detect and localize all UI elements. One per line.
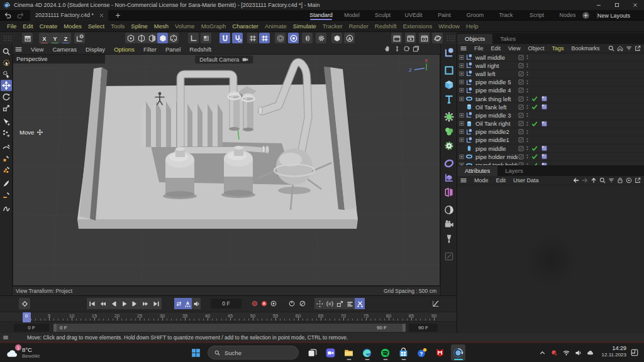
range-handle-right[interactable] [402, 324, 406, 332]
toolbar-button[interactable] [302, 33, 313, 43]
panel-menu-item[interactable]: Tags [548, 45, 567, 52]
toolbar-button[interactable] [219, 33, 230, 43]
tool-button[interactable] [1, 91, 12, 102]
layout-tab[interactable]: Script [521, 10, 552, 21]
viewport-menu-item[interactable]: Cameras [48, 46, 81, 53]
enabled-check-icon[interactable] [530, 153, 539, 160]
visibility-dots-icon[interactable] [525, 162, 530, 165]
panel-menu-item[interactable]: View [504, 45, 524, 52]
menu-item[interactable]: Animate [262, 23, 290, 30]
toolbar-button[interactable]: Y [50, 33, 60, 43]
expand-toggle-icon[interactable] [458, 162, 465, 165]
funnel-icon[interactable] [608, 177, 615, 184]
playback-toggle[interactable] [192, 298, 201, 309]
edit-toggle-icon[interactable] [518, 54, 525, 61]
arrow-right-icon[interactable] [581, 177, 589, 184]
expand-toggle-icon[interactable] [458, 79, 465, 85]
set-keyframe-button[interactable] [19, 298, 30, 309]
magnifier-icon[interactable] [608, 45, 615, 52]
tool-button[interactable] [1, 80, 12, 91]
visibility-dots-icon[interactable] [525, 120, 530, 128]
record-button[interactable]: A [259, 298, 269, 309]
tool-button[interactable] [1, 116, 12, 128]
expand-toggle-icon[interactable] [458, 129, 465, 134]
viewport-menu-item[interactable]: Filter [139, 46, 161, 53]
magnifier-icon[interactable] [599, 177, 606, 184]
edit-toggle-icon[interactable] [518, 62, 525, 69]
ring-target2-icon[interactable] [625, 177, 633, 184]
panel-menu-item[interactable]: Edit [492, 177, 510, 184]
menu-item[interactable]: Spline [128, 23, 150, 30]
taskbar-app[interactable] [378, 344, 392, 361]
create-tool-button[interactable] [441, 124, 457, 138]
object-row[interactable]: tank thing left [457, 95, 644, 103]
object-name[interactable]: pipe middle 4 [474, 87, 518, 94]
menu-item[interactable]: Tools [108, 23, 128, 30]
key-filter-button[interactable] [335, 298, 345, 309]
menu-item[interactable]: Help [463, 23, 482, 30]
toolbar-button[interactable] [168, 33, 179, 43]
visibility-dots-icon[interactable] [525, 62, 530, 69]
create-tool-button[interactable] [441, 249, 457, 263]
toolbar-button[interactable] [136, 33, 147, 43]
dolly-icon[interactable] [393, 45, 401, 53]
expand-toggle-icon[interactable] [458, 55, 465, 60]
object-name[interactable]: pipe holder middle [474, 153, 518, 160]
tool-button[interactable] [1, 153, 12, 164]
transport-button[interactable] [97, 298, 108, 309]
visibility-dots-icon[interactable] [525, 153, 530, 160]
object-name[interactable]: wall middle [474, 54, 518, 61]
hamburger-icon[interactable] [460, 45, 467, 52]
arrow-left-icon[interactable] [572, 177, 580, 184]
tool-button[interactable] [1, 141, 12, 153]
close-icon[interactable] [99, 13, 104, 18]
layout-tab[interactable]: Model [336, 10, 367, 21]
visibility-dots-icon[interactable] [525, 87, 530, 94]
range-slider[interactable]: 0 F 90 F [53, 324, 406, 332]
document-tab[interactable]: 20231111 Factory.c4d * [30, 10, 108, 21]
object-name[interactable]: Oil Tank left [474, 104, 518, 111]
toolbar-button[interactable] [445, 33, 455, 43]
toolbar-button[interactable] [331, 33, 342, 43]
phong-tag-icon[interactable] [540, 162, 548, 165]
visibility-dots-icon[interactable] [525, 111, 530, 119]
create-tool-button[interactable] [441, 77, 457, 92]
range-end-field[interactable]: 90 F [409, 324, 438, 332]
panel-tab[interactable]: Layers [497, 166, 531, 176]
object-name[interactable]: pipe middle [474, 145, 518, 152]
hamburger-icon[interactable] [2, 334, 9, 341]
phong-tag-icon[interactable] [540, 120, 548, 128]
menu-item[interactable]: Window [435, 23, 463, 30]
object-row[interactable]: pipe holder middle [457, 153, 644, 161]
panel-menu-item[interactable]: User Data [509, 177, 543, 184]
phong-tag-icon[interactable] [540, 153, 548, 160]
create-tool-button[interactable] [441, 170, 457, 185]
fcurve-button[interactable] [430, 298, 441, 309]
menu-item[interactable]: Modes [60, 23, 85, 30]
toolbar-button[interactable] [259, 33, 270, 43]
edit-toggle-icon[interactable] [518, 162, 525, 165]
tool-button[interactable] [1, 102, 12, 114]
layout-tab[interactable]: Paint [429, 10, 460, 21]
viewport-menu-item[interactable]: Display [81, 46, 109, 53]
camera-label[interactable]: Default Camera [195, 55, 253, 63]
tool-button[interactable] [1, 203, 12, 214]
create-tool-button[interactable] [441, 63, 457, 77]
panel-menu-item[interactable]: Mode [470, 177, 492, 184]
window-control-button[interactable] [626, 0, 644, 10]
visibility-dots-icon[interactable] [525, 136, 530, 144]
menu-item[interactable]: Character [229, 23, 262, 30]
panel-menu-item[interactable]: Object [524, 45, 548, 52]
create-tool-button[interactable] [441, 92, 457, 106]
menu-item[interactable]: Render [346, 23, 372, 30]
expand-toggle-icon[interactable] [458, 96, 465, 102]
toolbar-button[interactable] [419, 33, 430, 43]
object-row[interactable]: pipe middle2 [457, 128, 644, 136]
range-start-field[interactable]: 0 F [14, 324, 49, 332]
panel-tab[interactable]: Takes [492, 34, 523, 44]
object-name[interactable]: round tank holder [474, 162, 518, 165]
add-tab-icon[interactable] [114, 12, 121, 19]
export-icon[interactable] [634, 177, 641, 184]
key-filter-button[interactable] [355, 298, 365, 309]
visibility-dots-icon[interactable] [525, 70, 530, 77]
